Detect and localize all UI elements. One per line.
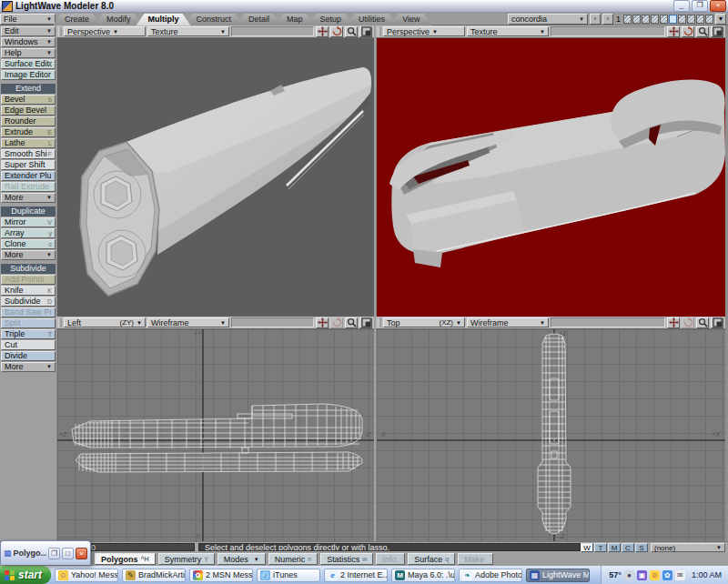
pan-icon[interactable] <box>316 26 329 37</box>
sidebar-editor-button[interactable]: Image Editor <box>1 70 56 80</box>
layer-box[interactable] <box>651 15 659 24</box>
restore-button[interactable]: ❐ <box>692 0 708 12</box>
layer-box[interactable] <box>632 15 641 24</box>
sidebar-tool-button[interactable]: Split▼ <box>1 318 56 328</box>
sidebar-tool-button[interactable]: Band Saw Pro▼ <box>1 307 56 317</box>
sidebar-tool-button[interactable]: More▼ <box>1 193 56 203</box>
sidebar-tool-button[interactable]: KnifeK▼ <box>1 286 56 296</box>
sidebar-editor-button[interactable]: Surface Editor <box>1 59 56 69</box>
bottom-toolbar-button[interactable]: Numericn▼ <box>268 553 318 565</box>
render-mode-dropdown[interactable]: Texture▼ <box>467 26 549 36</box>
minimize-button[interactable]: _ <box>673 0 690 12</box>
taskbar-task[interactable]: ☺ Yahoo! Mess... ▾ <box>55 569 118 582</box>
msn-tray-icon[interactable]: ✿ <box>662 570 672 580</box>
layer-box[interactable] <box>669 15 677 24</box>
sidebar-menu-button[interactable]: Edit▼ <box>1 26 56 36</box>
zoom-icon[interactable] <box>345 317 358 328</box>
viewport-perspective-texture-red[interactable] <box>377 38 725 317</box>
polygon-statistics-mini-window[interactable]: ▦ Polygo... ❐ □ × <box>0 540 91 565</box>
close-button[interactable]: × <box>710 0 726 12</box>
vmap-button[interactable]: S <box>635 543 648 552</box>
maximize-viewport-icon[interactable] <box>711 317 723 328</box>
taskbar-task[interactable]: ❧ Adobe Photos... ▾ <box>459 569 522 582</box>
drag-handle[interactable] <box>58 318 62 327</box>
drag-handle[interactable] <box>378 318 381 327</box>
layer-box[interactable] <box>696 15 704 24</box>
bottom-toolbar-button[interactable]: Statisticsw▼ <box>320 553 373 565</box>
sidebar-tool-button[interactable]: Cut▼ <box>1 340 56 350</box>
rotate-icon[interactable] <box>682 26 694 37</box>
sidebar-tool-button[interactable]: Extender Plus▼ <box>1 171 56 181</box>
taskbar-task[interactable]: e 2 Internet E... ▾ <box>324 569 388 582</box>
layer-next-button[interactable]: › <box>602 14 613 25</box>
mail-icon[interactable]: ✉ <box>675 570 685 580</box>
sidebar-tool-button[interactable]: Rounder▼ <box>1 116 56 126</box>
vmap-button[interactable]: C <box>622 543 634 552</box>
menu-tab[interactable]: Detail <box>237 14 281 25</box>
sidebar-tool-button[interactable]: Edge Bevel▼ <box>1 106 56 116</box>
pan-icon[interactable] <box>667 26 680 37</box>
titlebar[interactable]: LightWave Modeler 8.0 _ ❐ × <box>0 0 728 13</box>
restore-button[interactable]: ❐ <box>48 548 60 559</box>
layer-box[interactable] <box>687 15 695 24</box>
sidebar-tool-button[interactable]: More▼ <box>1 362 56 372</box>
layer-box[interactable] <box>642 15 650 24</box>
drag-handle[interactable] <box>378 27 381 36</box>
bottom-toolbar-button[interactable]: Make▼ <box>458 553 493 565</box>
file-menu[interactable]: File▼ <box>0 14 56 25</box>
drag-handle[interactable] <box>58 27 62 36</box>
yahoo-tray-icon[interactable]: ☺ <box>650 570 660 580</box>
close-button[interactable]: × <box>76 548 87 559</box>
rotate-icon[interactable] <box>330 26 343 37</box>
menu-tab[interactable]: Setup <box>308 14 354 25</box>
layer-prev-button[interactable]: ‹ <box>590 14 601 25</box>
maximize-viewport-icon[interactable] <box>711 26 723 37</box>
menu-tab[interactable]: Modify <box>95 14 143 25</box>
layer-box[interactable] <box>660 15 668 24</box>
zoom-icon[interactable] <box>696 317 709 328</box>
bottom-toolbar-button[interactable]: SymmetryY▼ <box>158 553 215 565</box>
object-selector[interactable]: concordia▼ <box>508 14 588 25</box>
vmap-selector[interactable]: (none)▼ <box>651 543 725 552</box>
view-type-dropdown[interactable]: Perspective▼ <box>64 26 146 36</box>
bottom-toolbar-button[interactable]: Modes▼ <box>217 553 266 565</box>
layer-box[interactable] <box>623 15 632 24</box>
sidebar-tool-button[interactable]: SubdivideD▼ <box>1 297 56 307</box>
sidebar-menu-button[interactable]: Help▼ <box>1 48 56 58</box>
render-mode-dropdown[interactable]: Texture▼ <box>147 26 229 36</box>
maximize-button[interactable]: □ <box>62 548 74 559</box>
sidebar-tool-button[interactable]: Clonec▼ <box>1 239 56 249</box>
taskbar-task[interactable]: ♪ iTunes ▾ <box>257 569 320 582</box>
viewport-top-wireframe[interactable]: +Z -Z -X +X <box>377 329 725 541</box>
bottom-toolbar-button[interactable]: Surfaceq▼ <box>408 553 455 565</box>
viewport-divider[interactable] <box>374 25 376 541</box>
menu-tab[interactable]: Multiply <box>136 14 191 25</box>
view-type-dropdown[interactable]: Top(XZ)▼ <box>383 317 465 327</box>
taskbar-task[interactable]: ✿ 2 MSN Mess... ▾ <box>189 569 253 582</box>
taskbar-task[interactable]: ✎ BradMickArtis... ▾ <box>122 569 186 582</box>
viewport-left-wireframe[interactable]: +Y -Y +Z -Z <box>57 329 374 541</box>
zoom-icon[interactable] <box>696 26 709 37</box>
pan-icon[interactable] <box>316 317 329 328</box>
maximize-viewport-icon[interactable] <box>359 317 372 328</box>
sidebar-tool-button[interactable]: Add Points▼ <box>1 275 56 285</box>
render-mode-dropdown[interactable]: Wireframe▼ <box>147 317 229 327</box>
menu-tab[interactable]: Construct <box>185 14 244 25</box>
layer-box[interactable] <box>678 15 686 24</box>
sidebar-menu-button[interactable]: Windows▼ <box>1 37 56 47</box>
tv-icon[interactable]: ▣ <box>637 570 647 580</box>
sidebar-tool-button[interactable]: LatheL▼ <box>1 138 56 148</box>
menu-tab[interactable]: Create <box>53 14 101 25</box>
start-button[interactable]: start <box>0 566 51 584</box>
sidebar-tool-button[interactable]: TripleT▼ <box>1 329 56 339</box>
vmap-button[interactable]: W <box>581 543 593 552</box>
sidebar-tool-button[interactable]: Divide▼ <box>1 351 56 361</box>
view-type-dropdown[interactable]: Left(ZY)▼ <box>64 317 146 327</box>
view-type-dropdown[interactable]: Perspective▼ <box>383 26 465 36</box>
bottom-toolbar-button[interactable]: Polygons^H▼ <box>95 553 156 565</box>
sidebar-tool-button[interactable]: Rail Extrude▼ <box>1 182 56 192</box>
menu-tab[interactable]: Utilities <box>347 14 397 25</box>
sidebar-tool-button[interactable]: Smooth ShiftF▼ <box>1 149 56 159</box>
sidebar-tool-button[interactable]: Super Shift▼ <box>1 160 56 170</box>
update-icon[interactable]: ● <box>624 570 634 580</box>
